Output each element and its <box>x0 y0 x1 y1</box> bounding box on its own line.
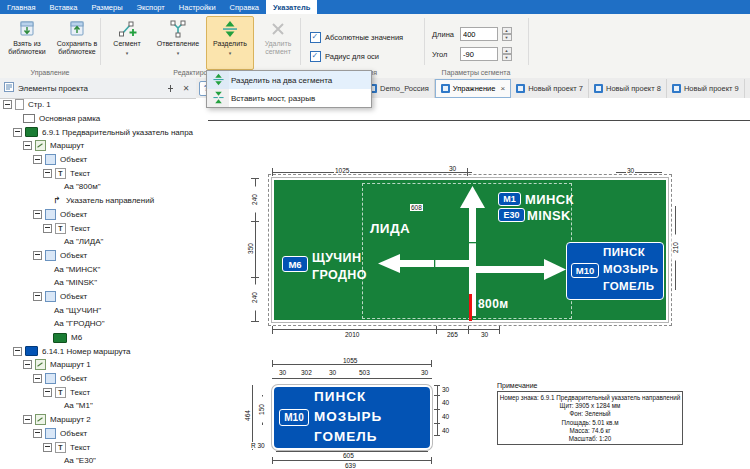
save-to-library-button[interactable]: Сохранить в библиотеке <box>51 16 103 70</box>
tree-item[interactable]: Aa "ЩУЧИН" <box>0 303 196 317</box>
angle-input[interactable] <box>460 47 498 61</box>
tree-item[interactable]: Маршрут 2 <box>0 413 196 427</box>
collapse-icon[interactable] <box>33 374 42 383</box>
tree-item[interactable]: 6.14.1 Номер маршрута <box>0 344 196 358</box>
spinner-down-icon[interactable] <box>502 34 512 41</box>
collapse-icon[interactable] <box>23 415 32 424</box>
tree-item[interactable]: Текст <box>0 166 196 180</box>
menu-tab-export[interactable]: Экспорт <box>130 0 172 14</box>
tree-item[interactable]: Aa "800м" <box>0 180 196 194</box>
tree-item[interactable]: Aa "MINSK" <box>0 276 196 290</box>
m10-route-badge[interactable]: М10 <box>571 263 599 278</box>
tree-item[interactable]: Основная рамка <box>0 112 196 126</box>
dim-label: 2010 <box>344 331 360 338</box>
collapse-icon[interactable] <box>33 210 42 219</box>
segment-button[interactable]: Сегмент ▾ <box>104 16 150 70</box>
e30-route-badge[interactable]: Е30 <box>498 208 525 222</box>
collapse-icon[interactable] <box>43 224 52 233</box>
tree-item[interactable]: 6.9.1 Предварительный указатель напра <box>0 125 196 139</box>
menu-tab-home[interactable]: Главная <box>0 0 43 14</box>
tree-item[interactable]: Объект <box>0 249 196 263</box>
length-input[interactable] <box>460 27 498 41</box>
tree-item[interactable]: Aa "M1" <box>0 399 196 413</box>
menu-item-insert-bridge[interactable]: Вставить мост, разрыв <box>207 89 371 107</box>
collapse-icon[interactable] <box>3 100 12 109</box>
branch-icon <box>168 19 188 39</box>
sign-text-gomel[interactable]: ГОМЕЛЬ <box>603 281 654 293</box>
tab-new-project-7[interactable]: Новый проект 7 <box>511 79 589 98</box>
sign-text-mozyr[interactable]: МОЗЫРЬ <box>603 264 658 276</box>
absolute-values-checkbox[interactable]: Абсолютные значения <box>310 32 403 43</box>
length-stepper[interactable] <box>502 27 512 41</box>
sign-text-minsk-ru[interactable]: МИНСК <box>525 193 574 206</box>
menu-item-split-into-two[interactable]: Разделить на два сегмента <box>207 71 371 89</box>
branch-button[interactable]: Ответвление ▾ <box>150 16 206 70</box>
collapse-icon[interactable] <box>33 292 42 301</box>
sign-text-gomel[interactable]: ГОМЕЛЬ <box>314 430 377 444</box>
tree-item[interactable]: Текст <box>0 221 196 235</box>
angle-stepper[interactable] <box>502 47 512 61</box>
m1-route-badge[interactable]: М1 <box>498 192 521 206</box>
tab-new-project-8[interactable]: Новый проект 8 <box>589 79 667 98</box>
main-road-sign[interactable]: ЛИДА М6 ЩУЧИН ГРОДНО М1 МИНСК Е30 MINSK … <box>272 178 668 322</box>
tree-item[interactable]: Маршрут <box>0 139 196 153</box>
menu-tab-settings[interactable]: Настройки <box>172 0 223 14</box>
collapse-icon[interactable] <box>23 360 32 369</box>
sign-text-minsk-en[interactable]: MINSK <box>527 209 571 222</box>
collapse-icon[interactable] <box>43 388 52 397</box>
tree-item[interactable]: Объект <box>0 208 196 222</box>
sign-text-pinsk[interactable]: ПИНСК <box>314 390 366 404</box>
spinner-up-icon[interactable] <box>502 47 512 54</box>
tree-item[interactable]: Объект <box>0 372 196 386</box>
spinner-down-icon[interactable] <box>502 54 512 61</box>
tab-demo-russia[interactable]: Demo_Россия <box>363 79 435 98</box>
tree-item[interactable]: Aa "E30" <box>0 454 196 468</box>
m10-direction-panel[interactable]: М10 ПИНСК МОЗЫРЬ ГОМЕЛЬ <box>566 242 664 300</box>
collapse-icon[interactable] <box>33 429 42 438</box>
collapse-icon[interactable] <box>23 141 32 150</box>
collapse-icon[interactable] <box>33 251 42 260</box>
tree-item[interactable]: Стр. 1 <box>0 98 196 112</box>
sign-text-lida[interactable]: ЛИДА <box>370 222 410 236</box>
m6-route-badge[interactable]: М6 <box>282 256 308 272</box>
collapse-icon[interactable] <box>13 128 22 137</box>
axis-radius-checkbox[interactable]: Радиус для оси <box>310 51 379 62</box>
sign-text-distance[interactable]: 800м <box>478 298 509 310</box>
collapse-icon[interactable] <box>33 155 42 164</box>
drawing-canvas[interactable]: ЛИДА М6 ЩУЧИН ГРОДНО М1 МИНСК Е30 MINSK … <box>196 98 750 469</box>
tree-item[interactable]: Aa "ЛИДА" <box>0 235 196 249</box>
tree-item[interactable]: Aa "ГРОДНО" <box>0 317 196 331</box>
sign-text-mozyr[interactable]: МОЗЫРЬ <box>314 410 382 424</box>
collapse-icon[interactable] <box>43 169 52 178</box>
menu-tab-help[interactable]: Справка <box>223 0 266 14</box>
menu-tab-sizes[interactable]: Размеры <box>84 0 129 14</box>
split-button[interactable]: Разделить ▾ <box>206 16 254 70</box>
spinner-up-icon[interactable] <box>502 27 512 34</box>
tree-item[interactable]: Объект <box>0 153 196 167</box>
collapse-icon[interactable] <box>13 347 22 356</box>
close-icon[interactable]: ✕ <box>180 82 192 94</box>
sign-text-schuchin[interactable]: ЩУЧИН <box>312 252 361 265</box>
tree-item[interactable]: Объект <box>0 290 196 304</box>
sign-text-pinsk[interactable]: ПИНСК <box>603 247 645 259</box>
tree-item[interactable]: Объект <box>0 427 196 441</box>
tree-item[interactable]: Указатель направлений <box>0 194 196 208</box>
delete-segment-button[interactable]: Удалить сегмент <box>254 16 302 70</box>
note-line: Номер знака: 6.9.1 Предварительный указа… <box>498 394 682 402</box>
take-from-library-button[interactable]: Взять из библиотеки <box>3 16 51 70</box>
tab-new-project-9[interactable]: Новый проект 9 <box>667 79 745 98</box>
m10-road-sign[interactable]: М10 ПИНСК МОЗЫРЬ ГОМЕЛЬ <box>272 385 432 450</box>
m10-route-badge[interactable]: М10 <box>279 409 309 426</box>
close-icon[interactable]: × <box>500 84 505 93</box>
tree-item[interactable]: Aa "МИНСК" <box>0 262 196 276</box>
tree-item[interactable]: М6 <box>0 331 196 345</box>
tree-item[interactable]: Маршрут 1 <box>0 358 196 372</box>
menu-tab-insert[interactable]: Вставка <box>43 0 85 14</box>
tree-item[interactable]: Текст <box>0 385 196 399</box>
collapse-icon[interactable] <box>43 443 52 452</box>
pin-icon[interactable] <box>164 82 176 94</box>
menu-tab-pointer[interactable]: Указатель <box>266 0 317 14</box>
sign-text-grodno[interactable]: ГРОДНО <box>312 269 367 282</box>
tree-item[interactable]: Текст <box>0 440 196 454</box>
tab-exercise[interactable]: Упражнение× <box>435 79 511 98</box>
